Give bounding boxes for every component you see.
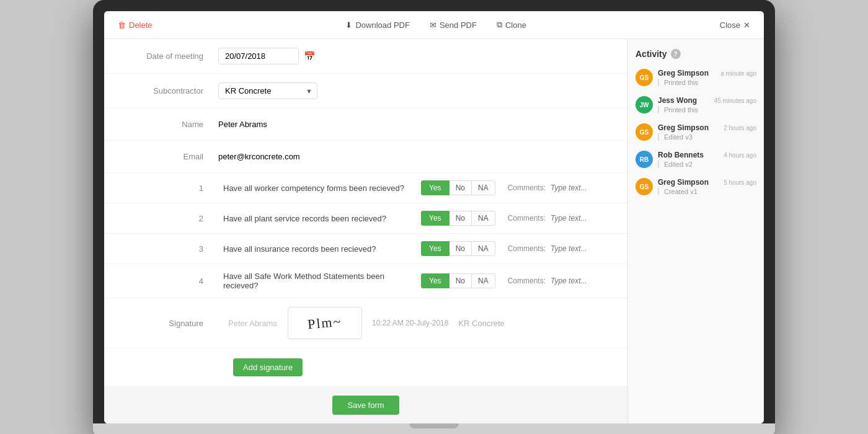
subcontractor-label: Subcontractor	[119, 86, 218, 95]
activity-person-name: Greg Simpson	[658, 178, 709, 187]
activity-item: GS Greg Simpson 5 hours ago Created v1	[636, 178, 756, 195]
comments-input[interactable]	[551, 214, 613, 223]
avatar: GS	[636, 178, 653, 195]
activity-action: Edited v2	[658, 161, 756, 168]
activity-time: a minute ago	[720, 70, 756, 77]
question-number: 3	[119, 244, 218, 254]
activity-person-name: Rob Bennets	[658, 151, 704, 159]
download-icon: ⬇	[345, 20, 352, 30]
activity-item: GS Greg Simpson 2 hours ago Edited v3	[636, 123, 756, 141]
trash-icon: 🗑	[118, 20, 126, 30]
subcontractor-select[interactable]: KR Concrete	[218, 82, 317, 99]
answer-group: Yes No NA	[421, 241, 495, 256]
question-number: 1	[119, 184, 218, 193]
no-button[interactable]: No	[450, 211, 472, 226]
activity-item: JW Jess Wong 45 minutes ago Printed this	[636, 96, 756, 113]
no-button[interactable]: No	[450, 241, 472, 256]
comments-label: Comments:	[508, 277, 546, 285]
activity-person-name: Greg Simpson	[658, 69, 709, 78]
activity-action: Printed this	[658, 79, 756, 86]
name-label: Name	[119, 120, 218, 129]
activity-details: Jess Wong 45 minutes ago Printed this	[658, 96, 756, 113]
na-button[interactable]: NA	[472, 241, 495, 256]
send-pdf-button[interactable]: ✉ Send PDF	[426, 18, 480, 32]
email-row: Email peter@krconcrete.com	[104, 141, 627, 173]
form-area: Date of meeting 📅 Subcontractor KR Concr…	[104, 39, 627, 423]
yes-button[interactable]: Yes	[421, 211, 450, 226]
comments-input[interactable]	[551, 277, 613, 285]
na-button[interactable]: NA	[472, 211, 495, 226]
clone-button[interactable]: ⧉ Clone	[493, 17, 530, 32]
avatar: JW	[636, 96, 653, 113]
activity-time: 5 hours ago	[724, 179, 756, 186]
answer-group: Yes No NA	[421, 180, 495, 195]
send-icon: ✉	[430, 20, 436, 30]
activity-item: GS Greg Simpson a minute ago Printed thi…	[636, 69, 756, 86]
date-input[interactable]	[218, 48, 299, 64]
question-text: Have all worker competency forms been re…	[223, 184, 416, 193]
yes-button[interactable]: Yes	[421, 180, 450, 195]
yes-button[interactable]: Yes	[421, 273, 450, 288]
activity-panel: Activity ? GS Greg Simpson a minute ago …	[627, 39, 764, 423]
answer-group: Yes No NA	[421, 273, 495, 288]
activity-time: 45 minutes ago	[714, 97, 756, 104]
date-row: Date of meeting 📅	[104, 39, 627, 74]
download-pdf-button[interactable]: ⬇ Download PDF	[342, 18, 413, 32]
activity-action: Edited v3	[658, 133, 756, 141]
activity-action: Printed this	[658, 106, 756, 113]
add-signature-button[interactable]: Add signature	[233, 358, 303, 376]
no-button[interactable]: No	[450, 273, 472, 288]
signature-row: Signature Peter Abrams Plm~ 10:22 AM 20-…	[104, 298, 627, 348]
avatar: GS	[636, 69, 653, 86]
activity-person-name: Greg Simpson	[658, 123, 709, 132]
help-icon[interactable]: ?	[671, 49, 681, 59]
subcontractor-select-wrapper: KR Concrete ▼	[218, 82, 317, 99]
activity-item: RB Rob Bennets 4 hours ago Edited v2	[636, 151, 756, 168]
signature-label: Signature	[119, 319, 218, 328]
activity-time: 2 hours ago	[724, 125, 756, 131]
question-number: 2	[119, 214, 218, 223]
date-label: Date of meeting	[119, 51, 218, 61]
signature-image: Plm~	[307, 314, 342, 333]
name-value: Peter Abrams	[218, 120, 267, 129]
question-text: Have all plant service records been reci…	[223, 214, 416, 223]
activity-title: Activity ?	[636, 49, 756, 59]
avatar: GS	[636, 123, 653, 141]
signature-person: Peter Abrams	[228, 319, 278, 328]
add-signature-row: Add signature	[104, 348, 627, 387]
activity-items: GS Greg Simpson a minute ago Printed thi…	[636, 69, 756, 195]
activity-details: Greg Simpson 5 hours ago Created v1	[658, 178, 756, 195]
question-row: 2 Have all plant service records been re…	[104, 203, 627, 234]
delete-button[interactable]: 🗑 Delete	[114, 18, 156, 32]
answer-group: Yes No NA	[421, 211, 495, 226]
comments-input[interactable]	[551, 244, 613, 253]
na-button[interactable]: NA	[472, 180, 495, 195]
comments-label: Comments:	[508, 214, 546, 223]
comments-label: Comments:	[508, 244, 546, 253]
question-row: 3 Have all insurance records been reciev…	[104, 234, 627, 264]
close-button[interactable]: Close ✕	[716, 18, 754, 32]
question-number: 4	[119, 277, 218, 286]
save-row: Save form	[104, 387, 627, 423]
name-row: Name Peter Abrams	[104, 108, 627, 141]
question-text: Have all Safe Work Method Statements bee…	[223, 272, 416, 290]
questions-container: 1 Have all worker competency forms been …	[104, 173, 627, 298]
activity-details: Greg Simpson 2 hours ago Edited v3	[658, 123, 756, 141]
signature-time: 10:22 AM 20-July-2018	[372, 319, 448, 327]
question-text: Have all insurance records been recieved…	[223, 244, 416, 254]
signature-company: KR Concrete	[458, 319, 504, 328]
avatar: RB	[636, 151, 653, 168]
email-value: peter@krconcrete.com	[218, 152, 300, 161]
yes-button[interactable]: Yes	[421, 241, 450, 256]
save-form-button[interactable]: Save form	[332, 396, 399, 415]
calendar-icon[interactable]: 📅	[304, 51, 316, 62]
activity-person-name: Jess Wong	[658, 96, 697, 105]
comments-label: Comments:	[508, 184, 546, 192]
activity-action: Created v1	[658, 188, 756, 195]
question-row: 4 Have all Safe Work Method Statements b…	[104, 264, 627, 298]
signature-box: Plm~	[288, 307, 362, 339]
na-button[interactable]: NA	[472, 273, 495, 288]
activity-details: Greg Simpson a minute ago Printed this	[658, 69, 756, 86]
comments-input[interactable]	[551, 184, 613, 192]
no-button[interactable]: No	[450, 180, 472, 195]
